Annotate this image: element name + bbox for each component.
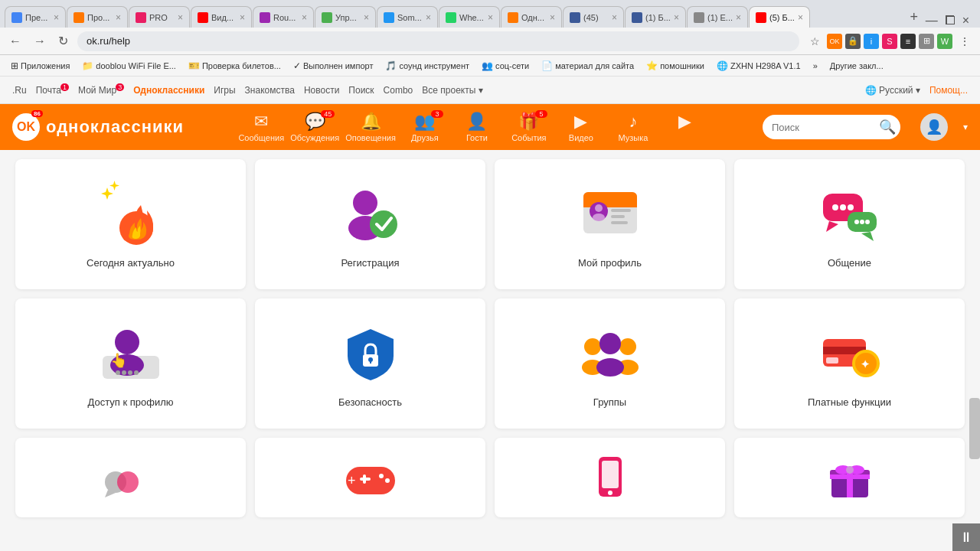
tab-close-button[interactable]: × [54, 12, 59, 23]
tab-close-button[interactable]: × [674, 12, 679, 23]
ok-topnav-myworld[interactable]: Мой Мир 3 [78, 85, 116, 96]
card-security[interactable]: Безопасность [255, 298, 485, 429]
browser-tab-t10[interactable]: (45) × [563, 6, 624, 28]
tab-close-button[interactable]: × [426, 12, 431, 23]
address-input[interactable] [77, 31, 799, 51]
tab-close-button[interactable]: × [488, 12, 493, 23]
browser-tab-t7[interactable]: Som... × [377, 6, 438, 28]
ok-nav-guests[interactable]: 👤 Гости [454, 112, 500, 142]
card-communication-label: Общение [828, 257, 871, 269]
register-icon [336, 178, 405, 247]
ok-nav-notifications[interactable]: 🔔 Оповещения [345, 112, 396, 142]
ext-icon-6[interactable]: W [937, 34, 952, 49]
ok-search-button[interactable]: 🔍 [879, 119, 896, 135]
tab-close-button[interactable]: × [116, 12, 121, 23]
card-access[interactable]: 👆 Доступ к профилю [15, 298, 246, 429]
browser-tab-t5[interactable]: Rou... × [253, 6, 314, 28]
svg-marker-21 [861, 232, 874, 241]
card-today[interactable]: Сегодня актуально [15, 159, 246, 289]
ok-logo-icon[interactable]: OK 86 [12, 113, 40, 141]
bookmark-tickets[interactable]: 🎫 Проверка билетов... [184, 59, 286, 73]
browser-tab-t13[interactable]: (5) Б... × [749, 6, 810, 28]
close-button[interactable]: × [962, 14, 969, 28]
ok-topnav-allprojects[interactable]: Все проекты ▾ [422, 85, 482, 96]
ok-topnav-dating[interactable]: Знакомства [245, 85, 295, 96]
tab-close-button[interactable]: × [550, 12, 555, 23]
ok-topnav-ru[interactable]: .Ru [12, 85, 27, 96]
browser-tab-t1[interactable]: Пре... × [5, 6, 66, 28]
card-today-label: Сегодня актуально [87, 257, 175, 269]
ok-user-avatar[interactable]: 👤 [920, 113, 948, 141]
card-mobile[interactable] [495, 438, 725, 517]
browser-tab-t6[interactable]: Упр... × [315, 6, 376, 28]
bookmark-router[interactable]: 🌐 ZXHN H298A V1.1 [712, 59, 805, 73]
ok-nav-discussions[interactable]: 💬 45 Обсуждения [290, 112, 339, 142]
pause-button[interactable]: ⏸ [952, 523, 980, 551]
card-profile-icon [572, 174, 648, 251]
browser-tab-t8[interactable]: Whe... × [439, 6, 500, 28]
bookmark-helpers[interactable]: ⭐ помошники [642, 59, 709, 73]
bookmark-more-arrow[interactable]: » [808, 60, 822, 72]
ok-nav-events[interactable]: 🎁 5 События [506, 112, 552, 142]
ok-nav-messages[interactable]: ✉ Сообщения [238, 112, 284, 142]
card-games[interactable]: + [255, 438, 485, 517]
card-profile[interactable]: Мой профиль [495, 159, 725, 289]
bookmark-sound[interactable]: 🎵 соунд инструмент [381, 59, 474, 73]
bookmark-dooblou[interactable]: 📁 dooblou WiFi File E... [77, 59, 181, 73]
minimize-button[interactable]: — [926, 14, 938, 28]
card-registration[interactable]: Регистрация [255, 159, 485, 289]
browser-tab-t3[interactable]: PRO × [129, 6, 190, 28]
bookmark-material[interactable]: 📄 материал для сайта [537, 59, 639, 73]
ok-nav-video[interactable]: ▶ Видео [558, 112, 604, 142]
browser-tab-t2[interactable]: Про... × [67, 6, 128, 28]
ok-nav-music[interactable]: ♪ Музыка [610, 112, 656, 142]
tab-bar: Пре... × Про... × PRO × Вид... × Rou... … [0, 0, 980, 28]
new-tab-button[interactable]: + [903, 6, 925, 28]
tab-close-button[interactable]: × [364, 12, 369, 23]
back-button[interactable]: ← [6, 33, 24, 50]
tab-close-button[interactable]: × [240, 12, 245, 23]
tab-close-button[interactable]: × [178, 12, 183, 23]
ext-icon-1[interactable]: 🔒 [845, 34, 861, 49]
forward-button[interactable]: → [31, 33, 49, 50]
scrollbar[interactable] [969, 398, 980, 459]
browser-tab-t4[interactable]: Вид... × [191, 6, 252, 28]
ok-help-link[interactable]: Помощ... [929, 85, 968, 96]
ok-nav-friends[interactable]: 👥 3 Друзья [402, 112, 448, 142]
bookmark-social[interactable]: 👥 соц-сети [477, 59, 534, 73]
restore-button[interactable]: ⧠ [944, 14, 956, 28]
browser-tab-t11[interactable]: (1) Б... × [625, 6, 686, 28]
tab-close-button[interactable]: × [736, 12, 741, 23]
refresh-button[interactable]: ↻ [55, 32, 71, 50]
ok-topnav-combo[interactable]: Combo [384, 85, 413, 96]
bookmark-others[interactable]: Другие закл... [825, 60, 888, 72]
ext-icon-5[interactable]: ⊞ [919, 34, 934, 49]
svg-point-55 [385, 478, 390, 483]
tab-close-button[interactable]: × [798, 12, 803, 23]
star-icon[interactable]: ☆ [805, 32, 824, 51]
browser-tab-t9[interactable]: Одн... × [501, 6, 562, 28]
tab-close-button[interactable]: × [612, 12, 617, 23]
ok-user-dropdown-arrow[interactable]: ▾ [963, 122, 968, 132]
card-paid[interactable]: ✦ Платные функции [734, 298, 965, 429]
ext-icon-2[interactable]: i [864, 34, 879, 49]
browser-tab-t12[interactable]: (1) Е... × [687, 6, 748, 28]
ok-topnav-news[interactable]: Новости [304, 85, 339, 96]
ext-icon-3[interactable]: S [882, 34, 897, 49]
ok-topnav-ok[interactable]: Одноклассники [133, 85, 204, 96]
card-chat2[interactable] [15, 438, 246, 517]
ext-ok-icon[interactable]: OK [827, 34, 842, 49]
card-communication[interactable]: Общение [734, 159, 965, 289]
ok-topnav-mail[interactable]: Почта 1 [36, 85, 61, 96]
card-groups[interactable]: Группы [495, 298, 725, 429]
ok-topnav-search[interactable]: Поиск [348, 85, 374, 96]
ok-nav-more[interactable]: ▶ [662, 112, 708, 142]
bookmark-apps[interactable]: ⊞ Приложения [6, 59, 74, 73]
tab-close-button[interactable]: × [302, 12, 307, 23]
ok-language-selector[interactable]: 🌐 Русский ▾ [865, 85, 920, 96]
ok-topnav-games[interactable]: Игры [214, 85, 235, 96]
ext-icon-4[interactable]: ≡ [900, 34, 916, 49]
card-gifts[interactable] [734, 438, 965, 517]
menu-icon[interactable]: ⋮ [956, 32, 974, 51]
bookmark-import[interactable]: ✓ Выполнен импорт [289, 59, 378, 73]
